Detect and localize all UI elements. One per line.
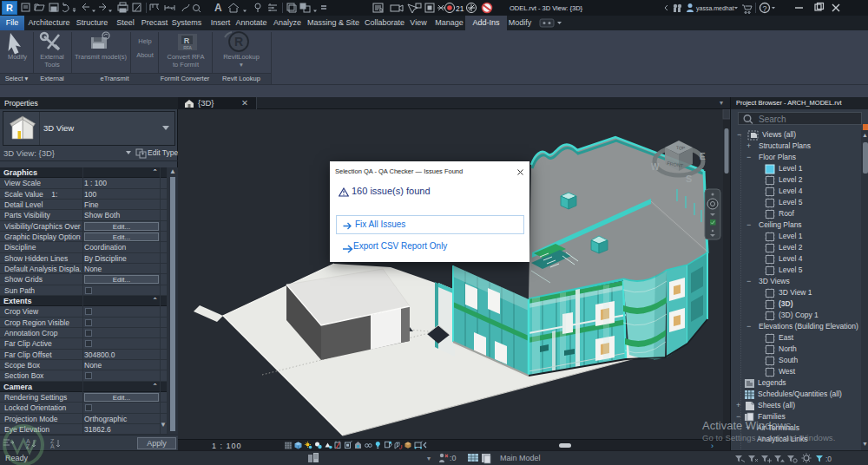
svg-text:rus: rus xyxy=(21,458,28,463)
svg-text:S: S xyxy=(686,174,692,184)
svg-text::0: :0 xyxy=(825,455,832,463)
svg-text:R: R xyxy=(184,36,190,45)
svg-text:R: R xyxy=(234,35,243,49)
svg-text:E: E xyxy=(700,152,706,161)
svg-text:R: R xyxy=(6,3,13,13)
svg-text:?: ? xyxy=(762,4,766,13)
svg-text:yassa.medhat: yassa.medhat xyxy=(696,5,734,12)
svg-text:ODEL.rvt - 3D View: {3D}: ODEL.rvt - 3D View: {3D} xyxy=(510,4,583,12)
svg-text:W: W xyxy=(651,162,660,172)
svg-text:RFA: RFA xyxy=(183,45,192,50)
svg-text:21: 21 xyxy=(456,4,464,13)
svg-text:TOP: TOP xyxy=(676,145,686,151)
svg-text:A: A xyxy=(214,2,222,14)
